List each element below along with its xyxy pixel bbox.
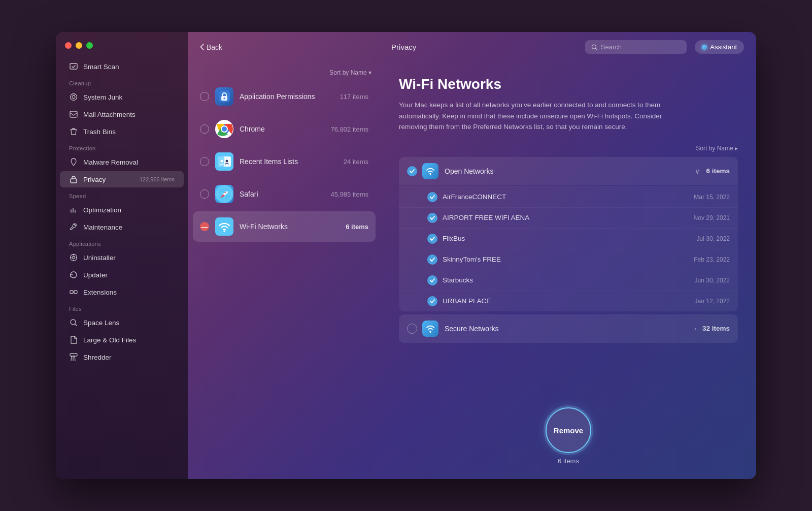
sidebar-item-label: Smart Scan	[83, 63, 119, 71]
sidebar-item-updater[interactable]: Updater	[60, 267, 184, 283]
network-group-open: Open Networks ∨ 6 items AirFranceCONNECT…	[399, 157, 738, 311]
radio-wifi-networks[interactable]: —	[200, 222, 209, 231]
sidebar-item-trash-bins[interactable]: Trash Bins	[60, 123, 184, 140]
assistant-dot	[702, 45, 707, 50]
sidebar-item-shredder[interactable]: Shredder	[60, 349, 184, 365]
system-junk-icon	[69, 92, 78, 102]
secure-networks-count: 32 items	[702, 325, 730, 332]
network-item-starbucks[interactable]: Starbucks Jun 30, 2022	[399, 270, 738, 291]
list-item-recent-items[interactable]: Recent Items Lists 24 items	[193, 146, 376, 177]
open-networks-check[interactable]	[407, 166, 417, 176]
network-date-skinnytom: Feb 23, 2022	[694, 256, 730, 263]
network-name-skinnytom: SkinnyTom's FREE	[443, 256, 694, 263]
main-content: Back Privacy Assistant Sort by Name ▾	[188, 32, 756, 479]
extensions-icon	[69, 288, 78, 297]
topbar: Back Privacy Assistant	[188, 32, 756, 62]
secure-networks-check[interactable]	[407, 324, 417, 334]
sidebar-item-label: Maintenance	[83, 223, 122, 231]
network-date-airfrance: Mar 15, 2022	[694, 194, 730, 201]
privacy-badge: 122,966 items	[140, 176, 175, 182]
detail-description: Your Mac keeps a list of all networks yo…	[399, 100, 683, 133]
network-date-starbucks: Jun 30, 2022	[695, 277, 730, 284]
content-area: Sort by Name ▾ Application Permissions	[188, 62, 756, 479]
item-name: Recent Items Lists	[240, 157, 337, 166]
radio-chrome[interactable]	[200, 124, 209, 134]
large-old-files-icon	[69, 335, 78, 344]
airport-check[interactable]	[427, 213, 437, 223]
item-name: Application Permissions	[240, 92, 334, 101]
sort-bar[interactable]: Sort by Name ▾	[193, 67, 376, 81]
section-label-protection: Protection	[56, 140, 188, 153]
updater-icon	[69, 270, 78, 279]
svg-point-32	[226, 160, 228, 163]
back-button[interactable]: Back	[200, 43, 222, 51]
sidebar-item-smart-scan[interactable]: Smart Scan	[60, 58, 184, 75]
sidebar-item-optimization[interactable]: Optimization	[60, 202, 184, 218]
skinnytom-check[interactable]	[427, 254, 437, 265]
network-date-urban-place: Jan 12, 2022	[695, 298, 730, 305]
malware-icon	[69, 157, 78, 167]
assistant-button[interactable]: Assistant	[695, 40, 744, 54]
sidebar-item-label: Trash Bins	[83, 128, 116, 136]
sidebar-item-system-junk[interactable]: System Junk	[60, 89, 184, 105]
traffic-light-green[interactable]	[86, 42, 93, 49]
open-networks-list: AirFranceCONNECT Mar 15, 2022 AIRPORT FR…	[399, 186, 738, 311]
svg-point-42	[430, 174, 431, 175]
open-networks-header[interactable]: Open Networks ∨ 6 items	[399, 157, 738, 185]
sidebar-item-privacy[interactable]: Privacy 122,966 items	[60, 171, 184, 187]
detail-sort-bar[interactable]: Sort by Name ▸	[399, 145, 738, 152]
search-box[interactable]	[585, 40, 687, 54]
starbucks-check[interactable]	[427, 275, 437, 285]
sidebar: Smart Scan Cleanup System Junk Mail Atta…	[56, 32, 188, 479]
network-item-flixbus[interactable]: FlixBus Jul 30, 2022	[399, 228, 738, 249]
sidebar-item-maintenance[interactable]: Maintenance	[60, 219, 184, 235]
open-networks-count: 6 items	[706, 167, 730, 175]
remove-label: Remove	[554, 426, 583, 435]
network-name-airport: AIRPORT FREE WIFI AENA	[443, 214, 694, 221]
radio-safari[interactable]	[200, 189, 209, 199]
detail-sort-label[interactable]: Sort by Name ▸	[696, 145, 738, 152]
list-item-wifi-networks[interactable]: —	[193, 211, 376, 242]
remove-count: 6 items	[558, 457, 579, 465]
safari-icon	[215, 185, 233, 203]
sidebar-item-space-lens[interactable]: Space Lens	[60, 314, 184, 331]
list-item-app-permissions[interactable]: Application Permissions 117 items	[193, 81, 376, 112]
svg-line-20	[596, 48, 597, 50]
flixbus-check[interactable]	[427, 234, 437, 244]
sort-label[interactable]: Sort by Name ▾	[329, 69, 371, 76]
list-item-chrome[interactable]: Chrome 76,802 items	[193, 114, 376, 144]
sidebar-item-uninstaller[interactable]: Uninstaller	[60, 249, 184, 266]
urban-place-check[interactable]	[427, 296, 437, 306]
section-label-cleanup: Cleanup	[56, 75, 188, 88]
svg-point-27	[222, 126, 227, 132]
secure-networks-wifi-icon	[422, 321, 438, 337]
network-item-skinnytom[interactable]: SkinnyTom's FREE Feb 23, 2022	[399, 249, 738, 270]
sidebar-item-label: Mail Attachments	[83, 111, 136, 118]
traffic-light-red[interactable]	[65, 42, 72, 49]
airfrance-check[interactable]	[427, 192, 437, 202]
network-date-flixbus: Jul 30, 2022	[697, 235, 730, 242]
list-item-safari[interactable]: Safari 45,985 items	[193, 179, 376, 209]
sidebar-item-label: Uninstaller	[83, 254, 116, 262]
assistant-label: Assistant	[710, 43, 737, 51]
svg-point-41	[223, 230, 225, 232]
network-item-airport[interactable]: AIRPORT FREE WIFI AENA Nov 29, 2021	[399, 207, 738, 228]
search-input[interactable]	[601, 43, 681, 51]
sidebar-item-extensions[interactable]: Extensions	[60, 284, 184, 300]
sidebar-item-malware-removal[interactable]: Malware Removal	[60, 154, 184, 170]
secure-networks-header[interactable]: Secure Networks › 32 items	[399, 314, 738, 343]
item-count: 45,985 items	[331, 190, 368, 198]
network-item-airfrance[interactable]: AirFranceCONNECT Mar 15, 2022	[399, 186, 738, 207]
traffic-light-yellow[interactable]	[76, 42, 82, 49]
sidebar-item-mail-attachments[interactable]: Mail Attachments	[60, 106, 184, 122]
sidebar-item-large-old-files[interactable]: Large & Old Files	[60, 332, 184, 348]
item-name: Safari	[240, 190, 325, 198]
network-item-urban-place[interactable]: URBAN PLACE Jan 12, 2022	[399, 291, 738, 311]
svg-point-39	[223, 193, 225, 195]
radio-recent-items[interactable]	[200, 157, 209, 166]
radio-app-permissions[interactable]	[200, 92, 209, 101]
detail-title: Wi-Fi Networks	[399, 76, 738, 92]
svg-line-17	[75, 324, 77, 326]
network-name-airfrance: AirFranceCONNECT	[443, 193, 694, 201]
remove-button[interactable]: Remove	[546, 407, 591, 453]
